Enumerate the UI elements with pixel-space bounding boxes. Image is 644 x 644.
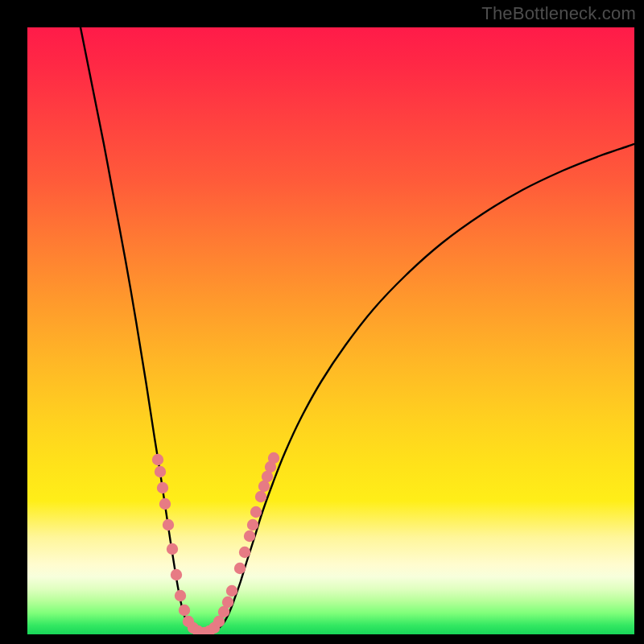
data-marker	[155, 466, 166, 477]
data-marker	[247, 519, 258, 530]
data-marker	[244, 530, 255, 542]
data-marker	[239, 547, 250, 558]
data-marker	[234, 563, 246, 574]
curve-path	[80, 27, 634, 634]
data-marker	[171, 569, 182, 580]
watermark-text: TheBottleneck.com	[481, 3, 636, 24]
data-marker	[163, 519, 174, 530]
bottleneck-curve	[27, 27, 634, 634]
data-marker	[222, 597, 233, 608]
data-marker	[226, 585, 237, 597]
data-marker	[250, 506, 262, 518]
plot-area	[27, 27, 634, 634]
data-marker	[159, 498, 171, 510]
data-marker	[268, 452, 279, 464]
data-marker	[255, 491, 266, 502]
data-marker	[152, 454, 163, 465]
data-marker	[167, 543, 178, 555]
data-marker	[157, 482, 168, 493]
data-marker	[179, 605, 190, 616]
chart-frame: TheBottleneck.com	[0, 0, 644, 644]
data-marker	[175, 590, 186, 601]
